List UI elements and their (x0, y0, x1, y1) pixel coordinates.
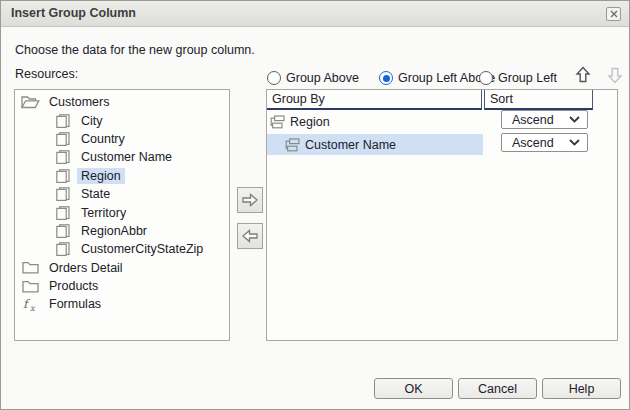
tree-item-state[interactable]: State (15, 185, 229, 203)
arrow-left-icon (241, 229, 259, 243)
tree-item-regionabbr[interactable]: RegionAbbr (15, 222, 229, 240)
tree-item-formulas[interactable]: fxFormulas (15, 295, 229, 313)
remove-button[interactable] (237, 223, 263, 249)
tree-item-country[interactable]: Country (15, 130, 229, 148)
svg-text:x: x (30, 304, 36, 312)
sort-select-region[interactable]: Ascend (501, 110, 588, 129)
group-by-header: Group By (267, 90, 482, 110)
close-button[interactable] (606, 7, 621, 21)
radio-group-above[interactable]: Group Above (267, 69, 359, 87)
field-icon (56, 206, 70, 220)
group-row-label: Customer Name (305, 138, 396, 152)
folder-icon (20, 280, 40, 293)
arrow-up-icon (575, 66, 595, 84)
sort-header: Sort (484, 90, 593, 110)
arrow-down-icon (607, 66, 627, 84)
help-button[interactable]: Help (542, 378, 621, 399)
tree-item-label: Customer Name (77, 149, 176, 165)
dialog-title: Insert Group Column (11, 6, 136, 20)
instruction-text: Choose the data for the new group column… (15, 43, 255, 57)
tree-item-label: State (77, 186, 114, 202)
close-icon (610, 10, 618, 18)
tree-item-label: Region (77, 168, 125, 184)
group-row-region[interactable]: Region (267, 111, 483, 132)
radio-label: Group Left (498, 71, 557, 85)
radio-button-icon (267, 71, 281, 85)
chevron-down-icon (569, 116, 580, 123)
move-up-button[interactable] (575, 65, 595, 85)
field-icon (56, 169, 70, 183)
fx-icon: fx (20, 297, 40, 312)
insert-group-column-dialog: Insert Group Column Choose the data for … (0, 0, 630, 410)
tree-item-label: City (77, 113, 107, 129)
radio-group-left[interactable]: Group Left (479, 69, 557, 87)
resources-tree: CustomersCityCountryCustomer NameRegionS… (14, 89, 230, 341)
tree-item-label: Products (45, 278, 102, 294)
group-by-panel: Group By Sort RegionAscendCustomer NameA… (266, 89, 618, 341)
chevron-down-icon (569, 139, 580, 146)
tree-item-orders-detail[interactable]: Orders Detail (15, 259, 229, 277)
field-icon (56, 224, 70, 238)
tree-item-customers[interactable]: Customers (15, 93, 229, 111)
add-button[interactable] (237, 187, 263, 213)
radio-group-left-above[interactable]: Group Left Above (379, 69, 495, 87)
tree-item-territory[interactable]: Territory (15, 203, 229, 221)
tree-item-region[interactable]: Region (15, 167, 229, 185)
tree-item-label: Formulas (45, 296, 105, 312)
tree-item-label: Country (77, 131, 129, 147)
tree-item-customercitystatezip[interactable]: CustomerCityStateZip (15, 240, 229, 258)
field-icon (56, 187, 70, 201)
group-row-customer-name[interactable]: Customer Name (267, 134, 483, 155)
cancel-button[interactable]: Cancel (458, 378, 537, 399)
tree-item-label: RegionAbbr (77, 223, 151, 239)
radio-button-icon (479, 71, 493, 85)
sort-value: Ascend (512, 136, 554, 150)
radio-label: Group Above (286, 71, 359, 85)
field-icon (56, 242, 70, 256)
sort-select-customer-name[interactable]: Ascend (501, 133, 588, 152)
tree-item-label: CustomerCityStateZip (77, 241, 207, 257)
sort-value: Ascend (512, 113, 554, 127)
tree-item-label: Territory (77, 205, 130, 221)
arrow-right-icon (241, 193, 259, 207)
tree-item-label: Customers (45, 94, 113, 110)
group-icon (270, 115, 286, 129)
resources-label: Resources: (15, 67, 78, 81)
folder-icon (20, 261, 40, 274)
group-icon (285, 138, 301, 152)
ok-button[interactable]: OK (374, 378, 453, 399)
tree-item-customer-name[interactable]: Customer Name (15, 148, 229, 166)
dialog-titlebar: Insert Group Column (1, 1, 629, 27)
field-icon (56, 132, 70, 146)
tree-item-label: Orders Detail (45, 260, 127, 276)
group-row-label: Region (290, 115, 330, 129)
tree-item-products[interactable]: Products (15, 277, 229, 295)
move-down-button[interactable] (607, 65, 627, 85)
field-icon (56, 150, 70, 164)
radio-button-icon (379, 71, 393, 85)
field-icon (56, 114, 70, 128)
folder-open-icon (20, 95, 40, 109)
tree-item-city[interactable]: City (15, 111, 229, 129)
